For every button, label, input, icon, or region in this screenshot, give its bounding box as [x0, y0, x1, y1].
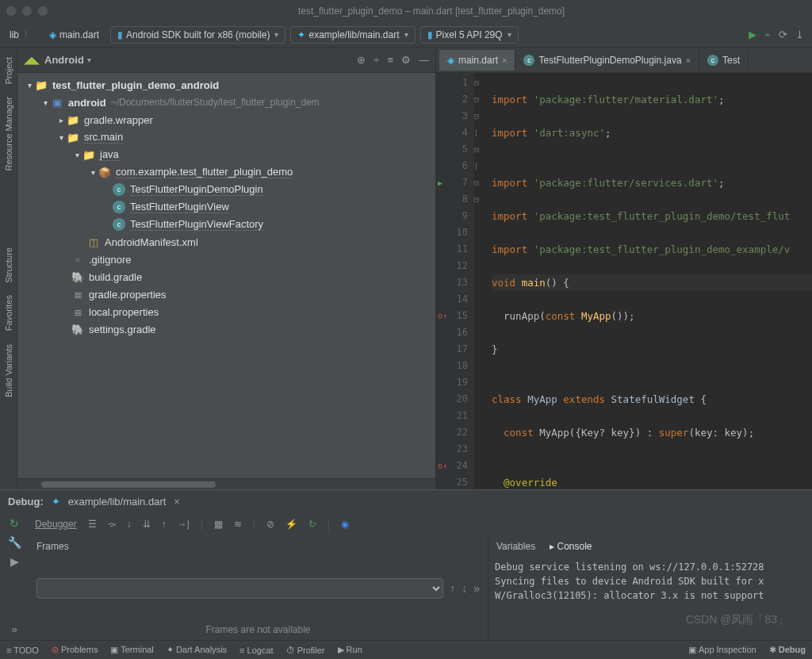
- frames-thread-select[interactable]: [36, 578, 443, 599]
- evaluate-icon[interactable]: ▦: [214, 519, 223, 530]
- override-gutter-icon[interactable]: o↑: [438, 308, 447, 324]
- scrollbar-thumb[interactable]: [41, 481, 216, 488]
- bottom-logcat[interactable]: ≡ Logcat: [239, 646, 274, 655]
- trace-icon[interactable]: ≋: [234, 519, 242, 530]
- hide-icon[interactable]: —: [419, 54, 429, 66]
- tree-java[interactable]: ▾📁 java: [17, 146, 435, 163]
- manifest-icon: ◫: [87, 236, 100, 248]
- class-icon: c: [113, 201, 125, 213]
- project-scope[interactable]: Android: [44, 54, 84, 66]
- resume-icon[interactable]: ▶: [10, 555, 19, 568]
- tree-android[interactable]: ▾▣ android ~/Documents/flutterStudy/test…: [17, 94, 435, 111]
- tree-settings-gradle[interactable]: 🐘 settings.gradle: [17, 320, 435, 338]
- bottom-run[interactable]: ▶ Run: [338, 645, 362, 655]
- tree-gradle-wrapper[interactable]: ▸📁 gradle.wrapper: [17, 111, 435, 128]
- variables-tab[interactable]: Variables: [496, 541, 535, 552]
- frames-panel: Frames ↑ ↓ » Frames are not available: [29, 536, 488, 640]
- attach-button[interactable]: ⤓: [795, 29, 804, 40]
- more-icon[interactable]: »: [11, 623, 17, 635]
- frames-header[interactable]: Frames: [29, 536, 488, 557]
- bottom-profiler[interactable]: ⏱ Profiler: [286, 646, 325, 655]
- line-gutter[interactable]: 1 2 3 4 5 6 ▶7 8 9 10 11 12 13 14 o↑15 1…: [436, 73, 474, 489]
- tree-local-props[interactable]: ≣ local.properties: [17, 303, 435, 320]
- settings-icon[interactable]: ⚙: [401, 54, 411, 66]
- flutter-icon: ✦: [52, 496, 60, 508]
- device-selector[interactable]: ▮ Android SDK built for x86 (mobile) ▾: [110, 26, 285, 44]
- fold-gutter[interactable]: ⊟⊟ ⊟⌊⊟⌊ ⊟⊟: [474, 73, 488, 489]
- traffic-light-min[interactable]: [22, 6, 32, 16]
- frame-up-icon[interactable]: ↑: [450, 582, 455, 595]
- rerun-icon[interactable]: ↻: [10, 517, 19, 530]
- force-step-icon[interactable]: ⇊: [143, 519, 151, 530]
- class-icon: c: [113, 218, 125, 231]
- class-icon: c: [523, 55, 534, 66]
- collapse-icon[interactable]: ≡: [387, 54, 393, 66]
- tree-class-1[interactable]: c TestFlutterPluginDemoPlugin: [17, 181, 435, 198]
- bottom-terminal[interactable]: ▣ Terminal: [110, 645, 153, 655]
- run-gutter-icon[interactable]: ▶: [438, 174, 442, 191]
- tree-package[interactable]: ▾📦 com.example.test_flutter_plugin_demo: [17, 163, 435, 181]
- rail-favorites[interactable]: Favorites: [2, 289, 15, 337]
- step-into-icon[interactable]: ↓: [127, 519, 132, 530]
- expand-icon[interactable]: ÷: [373, 54, 379, 66]
- step-out-icon[interactable]: ↑: [162, 519, 167, 530]
- bottom-app-inspection[interactable]: ▣ App Inspection: [688, 645, 756, 655]
- project-panel-header: ◢◣ Android ▾ ⊕ ÷ ≡ ⚙ —: [17, 48, 435, 73]
- override-gutter-icon[interactable]: o↑: [438, 458, 447, 474]
- locate-icon[interactable]: ⊕: [357, 54, 366, 66]
- bottom-todo[interactable]: ≡ TODO: [6, 646, 39, 655]
- tree-horizontal-scrollbar[interactable]: [17, 478, 435, 489]
- hot-restart-icon[interactable]: ↻: [308, 519, 316, 530]
- threads-icon[interactable]: ☰: [88, 519, 97, 530]
- breadcrumb-lib[interactable]: lib 〉: [3, 27, 38, 43]
- run-config-selector[interactable]: ✦ example/lib/main.dart ▾: [290, 26, 415, 44]
- traffic-light-close[interactable]: [6, 6, 16, 16]
- editor-tab-test[interactable]: c Test: [699, 50, 749, 71]
- close-icon[interactable]: ×: [174, 496, 180, 508]
- wrench-icon[interactable]: 🔧: [8, 536, 21, 549]
- tree-class-3[interactable]: c TestFlutterPluginViewFactory: [17, 216, 435, 233]
- rail-resource-manager[interactable]: Resource Manager: [2, 90, 15, 178]
- debug-config[interactable]: example/lib/main.dart: [68, 496, 167, 508]
- bottom-dart-analysis[interactable]: ✦ Dart Analysis: [167, 645, 227, 655]
- breadcrumb-file[interactable]: ◈ main.dart: [43, 27, 105, 43]
- tree-root[interactable]: ▾📁 test_flutter_plugin_demo_android: [17, 76, 435, 94]
- editor-tab-main[interactable]: ◈ main.dart ×: [439, 50, 515, 71]
- dart-file-icon: ◈: [447, 55, 454, 66]
- rail-project[interactable]: Project: [2, 51, 15, 90]
- console-output[interactable]: Debug service listening on ws://127.0.0.…: [488, 557, 812, 640]
- frame-more-icon[interactable]: »: [473, 582, 480, 595]
- mute-icon[interactable]: ⊘: [266, 519, 274, 530]
- bottom-problems[interactable]: ⊘ Problems: [52, 645, 98, 655]
- close-icon[interactable]: ×: [686, 56, 691, 65]
- rail-build-variants[interactable]: Build Variants: [2, 338, 15, 404]
- run-button[interactable]: ▶: [749, 29, 756, 40]
- tree-src-main[interactable]: ▾📁 src.main: [17, 128, 435, 146]
- step-over-icon[interactable]: ⤼: [108, 519, 116, 530]
- tree-manifest[interactable]: ◫ AndroidManifest.xml: [17, 233, 435, 251]
- bottom-debug[interactable]: ✱ Debug: [769, 645, 806, 655]
- devtools-icon[interactable]: ◉: [341, 519, 349, 530]
- code-body[interactable]: import 'package:flutter/material.dart'; …: [488, 73, 812, 489]
- emulator-selector[interactable]: ▮ Pixel 5 API 29Q ▾: [420, 26, 519, 44]
- editor-tab-plugin[interactable]: c TestFlutterPluginDemoPlugin.java ×: [515, 50, 699, 71]
- run-to-cursor-icon[interactable]: →|: [178, 519, 190, 530]
- hot-reload-icon[interactable]: ⚡: [285, 519, 297, 530]
- project-tree[interactable]: ▾📁 test_flutter_plugin_demo_android ▾▣ a…: [17, 73, 435, 478]
- debugger-tab[interactable]: Debugger: [35, 519, 77, 530]
- gradle-icon: 🐘: [71, 270, 84, 283]
- editor-content[interactable]: 1 2 3 4 5 6 ▶7 8 9 10 11 12 13 14 o↑15 1…: [436, 73, 812, 489]
- debug-button[interactable]: ⌁: [764, 29, 771, 40]
- src-folder-icon: 📁: [82, 148, 95, 161]
- profile-button[interactable]: ⟳: [779, 29, 787, 40]
- tree-class-2[interactable]: c TestFlutterPluginView: [17, 198, 435, 216]
- rail-structure[interactable]: Structure: [2, 241, 15, 289]
- close-icon[interactable]: ×: [502, 56, 507, 65]
- frame-down-icon[interactable]: ↓: [462, 582, 467, 595]
- class-icon: c: [113, 183, 125, 196]
- console-tab[interactable]: ▸ Console: [550, 541, 592, 552]
- tree-gradle-props[interactable]: ≣ gradle.properties: [17, 285, 435, 303]
- tree-gitignore[interactable]: ▫ .gitignore: [17, 251, 435, 268]
- traffic-light-max[interactable]: [38, 6, 48, 16]
- tree-build-gradle[interactable]: 🐘 build.gradle: [17, 268, 435, 285]
